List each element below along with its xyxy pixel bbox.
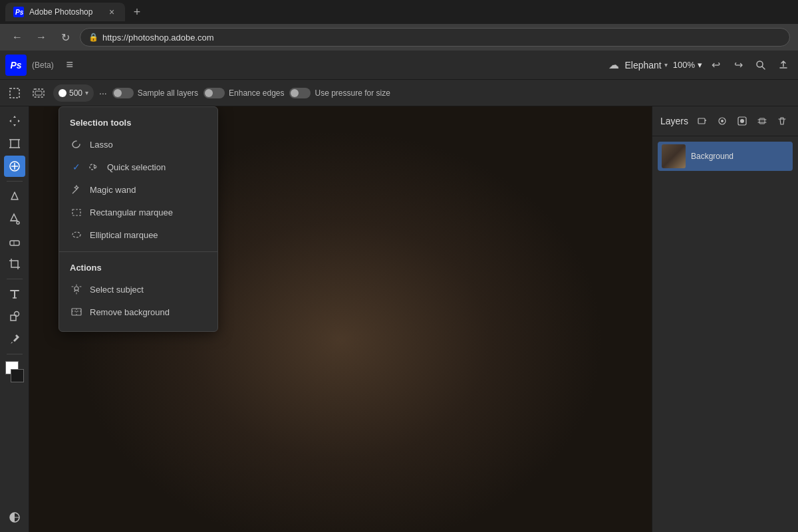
redo-button[interactable]: ↪ xyxy=(729,56,747,74)
feather-tool-btn[interactable] xyxy=(29,84,48,102)
remove-background-label: Remove background xyxy=(90,307,207,317)
rectangular-marquee-item[interactable]: Rectangular marquee xyxy=(59,201,217,223)
zoom-level-value: 100% xyxy=(673,60,695,70)
tab-close-button[interactable]: × xyxy=(106,7,117,17)
use-pressure-label: Use pressure for size xyxy=(315,88,390,98)
rectangular-marquee-icon xyxy=(70,205,83,219)
enhance-edges-label: Enhance edges xyxy=(229,88,284,98)
paint-bucket-icon xyxy=(9,213,21,225)
layers-panel-actions xyxy=(694,113,790,129)
svg-rect-33 xyxy=(759,118,765,124)
layer-name-text: Background xyxy=(691,152,733,161)
svg-rect-6 xyxy=(35,91,42,95)
use-pressure-toggle-group: Use pressure for size xyxy=(289,88,390,98)
sample-all-layers-toggle[interactable] xyxy=(112,88,134,98)
background-layer-item[interactable]: Background xyxy=(658,142,793,171)
svg-point-23 xyxy=(72,232,80,237)
forward-button[interactable]: → xyxy=(32,28,51,47)
select-subject-label: Select subject xyxy=(90,285,207,295)
layers-list: Background xyxy=(652,136,798,176)
eraser-tool-button[interactable] xyxy=(4,231,25,252)
browser-tab-bar: Ps Adobe Photoshop × + xyxy=(0,0,798,24)
brush-dot-icon xyxy=(59,89,66,97)
photoshop-favicon-icon: Ps xyxy=(13,7,24,17)
quick-selection-item[interactable]: ✓ Quick selection xyxy=(59,156,217,178)
export-icon xyxy=(778,60,789,70)
select-subject-item[interactable]: Select subject xyxy=(59,278,217,301)
eyedropper-icon xyxy=(9,333,21,345)
search-button[interactable] xyxy=(751,56,770,74)
text-tool-icon xyxy=(9,288,21,300)
quick-selection-icon xyxy=(87,160,100,174)
hamburger-menu-button[interactable]: ≡ xyxy=(61,56,79,74)
zoom-chevron-icon: ▾ xyxy=(698,60,702,70)
layer-effects-icon xyxy=(718,116,727,126)
dropdown-divider xyxy=(59,251,217,252)
lasso-tool-item[interactable]: Lasso xyxy=(59,133,217,156)
doc-title-group[interactable]: Elephant ▾ xyxy=(624,60,667,70)
tool-divider-2 xyxy=(7,279,23,279)
eyedropper-tool-button[interactable] xyxy=(4,329,25,350)
move-tool-button[interactable] xyxy=(4,110,25,132)
elliptical-marquee-item[interactable]: Elliptical marquee xyxy=(59,223,217,246)
toolbar-center: ☁ Elephant ▾ 100% ▾ xyxy=(608,59,702,71)
enhance-edges-toggle[interactable] xyxy=(203,88,225,98)
zoom-level-control[interactable]: 100% ▾ xyxy=(673,60,702,70)
svg-point-30 xyxy=(721,120,724,122)
pen-tool-button[interactable] xyxy=(4,186,25,207)
undo-button[interactable]: ↩ xyxy=(706,56,725,74)
dropdown-section-actions-title: Actions xyxy=(59,257,217,278)
workspace: Selection tools Lasso ✓ xyxy=(0,106,798,532)
export-button[interactable] xyxy=(774,56,793,74)
svg-point-13 xyxy=(17,221,19,224)
magic-wand-item[interactable]: Magic wand xyxy=(59,178,217,201)
secondary-toolbar: 500 ▾ ··· Sample all layers Enhance edge… xyxy=(0,80,798,106)
enhance-edges-toggle-group: Enhance edges xyxy=(203,88,284,98)
paint-bucket-tool-button[interactable] xyxy=(4,208,25,229)
layer-group-button[interactable] xyxy=(754,113,770,129)
address-bar[interactable]: 🔒 https://photoshop.adobe.com xyxy=(80,28,790,47)
add-layer-icon xyxy=(698,116,707,126)
layer-thumb-image xyxy=(662,144,686,168)
elliptical-marquee-icon xyxy=(70,228,83,241)
svg-rect-22 xyxy=(72,209,80,215)
artboard-tool-button[interactable] xyxy=(4,133,25,154)
brush-size-value: 500 xyxy=(69,88,82,98)
more-options-button[interactable]: ··· xyxy=(99,88,107,98)
layer-mask-button[interactable] xyxy=(734,113,750,129)
tool-divider-1 xyxy=(7,181,23,182)
svg-point-18 xyxy=(14,312,19,317)
rectangular-marquee-label: Rectangular marquee xyxy=(90,207,207,217)
svg-rect-26 xyxy=(698,118,705,124)
svg-point-32 xyxy=(740,119,744,123)
elliptical-marquee-label: Elliptical marquee xyxy=(90,230,207,240)
delete-layer-button[interactable] xyxy=(774,113,790,129)
left-sidebar-tools xyxy=(0,106,29,532)
add-layer-button[interactable] xyxy=(694,113,710,129)
back-button[interactable]: ← xyxy=(8,28,27,47)
refresh-button[interactable]: ↻ xyxy=(56,28,74,47)
crop-tool-button[interactable] xyxy=(4,253,25,275)
canvas-area[interactable]: Selection tools Lasso ✓ xyxy=(29,106,652,532)
magic-wand-label: Magic wand xyxy=(90,185,207,195)
brush-size-control[interactable]: 500 ▾ xyxy=(53,84,94,102)
quick-selection-label: Quick selection xyxy=(107,162,207,172)
sample-all-layers-label: Sample all layers xyxy=(138,88,198,98)
layer-effects-button[interactable] xyxy=(714,113,730,129)
remove-background-icon xyxy=(70,305,83,319)
layer-mask-icon xyxy=(737,116,747,126)
text-tool-button[interactable] xyxy=(4,283,25,305)
selection-tool-button[interactable] xyxy=(4,156,25,177)
use-pressure-toggle[interactable] xyxy=(289,88,311,98)
marquee-tool-btn[interactable] xyxy=(5,84,24,102)
color-swatches[interactable] xyxy=(4,361,25,382)
svg-line-3 xyxy=(762,66,765,69)
shape-tool-button[interactable] xyxy=(4,306,25,327)
new-tab-button[interactable]: + xyxy=(128,3,146,21)
active-browser-tab[interactable]: Ps Adobe Photoshop × xyxy=(5,3,125,21)
remove-background-item[interactable]: Remove background xyxy=(59,301,217,323)
selection-tool-icon xyxy=(9,160,21,172)
dropdown-section-tools-title: Selection tools xyxy=(59,115,217,133)
background-color-swatch xyxy=(11,369,24,382)
adjustment-tool-button[interactable] xyxy=(4,507,25,528)
